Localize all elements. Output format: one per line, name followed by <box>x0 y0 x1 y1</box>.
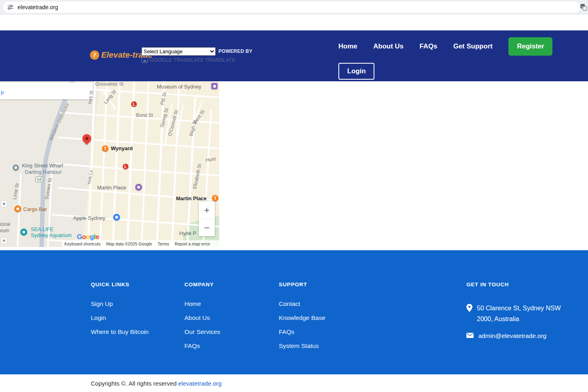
zoom-out-button[interactable]: − <box>199 219 215 236</box>
place-king-street-wharf[interactable]: King Street Wharf <box>22 163 63 169</box>
station-wynyard[interactable]: Wynyard <box>111 145 133 151</box>
map-zoom-control: + − <box>199 201 215 236</box>
google-letter: o <box>82 233 86 241</box>
martin-place-poi-icon[interactable] <box>135 184 142 191</box>
translate-page-icon[interactable]: a <box>580 4 587 11</box>
map-attribution: Keyboard shortcuts Map data ©2025 Google… <box>62 240 219 247</box>
light-rail-stop-icon[interactable]: L <box>131 101 137 107</box>
apple-store-poi-icon[interactable] <box>113 214 120 221</box>
copyright-site-link[interactable]: elevatetrade.org <box>178 380 221 387</box>
page-footer: QUICK LINKS Sign Up Login Where to Buy B… <box>0 250 588 374</box>
footer-column-title: QUICK LINKS <box>91 281 184 287</box>
main-nav: Home About Us FAQs Get Support Register <box>338 37 552 56</box>
address-line-1: 50 Clarence St, Sydney NSW <box>477 303 561 314</box>
place-darling-harbour[interactable]: Darling Harbour <box>25 169 62 175</box>
google-translate-alt-text: GOOGLE TRANSLATE TRANSLATE <box>150 57 235 63</box>
google-letter: e <box>96 233 99 241</box>
footer-column-title: COMPANY <box>184 281 279 287</box>
place-museum-of-sydney[interactable]: Museum of Sydney <box>157 84 201 90</box>
aquarium-poi-icon[interactable] <box>20 229 27 235</box>
keyboard-shortcuts-link[interactable]: Keyboard shortcuts <box>64 241 100 246</box>
place-sea-life-line1[interactable]: SEA LIFE <box>31 226 53 232</box>
location-pin-icon <box>466 303 473 324</box>
email-block: admin@elevatetrade.org <box>466 332 578 340</box>
museum-mini-icon <box>1 237 7 244</box>
map-info-card: p <box>0 82 93 99</box>
browser-address-bar: elevatetrade.org a <box>0 0 588 14</box>
nav-faqs[interactable]: FAQs <box>420 42 437 50</box>
url-text[interactable]: elevatetrade.org <box>18 4 58 10</box>
broken-image-icon <box>142 57 148 63</box>
terms-link[interactable]: Terms <box>158 241 169 246</box>
language-select[interactable]: Select Language <box>142 47 216 56</box>
footer-column-title: SUPPORT <box>279 281 466 287</box>
main-content: p Grosvenor St Lang St Pitt St Bond St S… <box>0 81 588 250</box>
address-line-2: 2000, Australia <box>477 314 561 324</box>
google-letter: g <box>90 233 94 241</box>
copyright-text: Copyrights ©. All rights reserved <box>91 380 176 387</box>
street-bond: Bond St <box>136 113 153 118</box>
google-letter: G <box>77 233 82 241</box>
site-header: 7 Elevate-trade Select Language POWERED … <box>0 30 588 81</box>
place-martin-place[interactable]: Martin Place <box>97 185 126 191</box>
place-sea-life-line2[interactable]: Sydney Aquarium <box>31 232 72 238</box>
footer-link-knowledge-base[interactable]: Knowledge Base <box>279 314 325 321</box>
train-station-icon[interactable]: T <box>102 145 108 152</box>
footer-link-where-to-buy-bitcoin[interactable]: Where to Buy Bitcoin <box>91 328 149 335</box>
google-map-embed[interactable]: p Grosvenor St Lang St Pitt St Bond St S… <box>0 81 219 247</box>
powered-by-label: POWERED BY <box>218 48 252 54</box>
login-button[interactable]: Login <box>338 63 374 80</box>
footer-company: COMPANY Home About Us Our Services FAQs <box>184 281 279 374</box>
place-cargo-bar[interactable]: Cargo Bar <box>23 206 47 212</box>
copyright-bar: Copyrights ©. All rights reserved elevat… <box>0 374 588 392</box>
envelope-icon <box>466 332 474 340</box>
register-button[interactable]: Register <box>508 37 552 56</box>
zoom-in-button[interactable]: + <box>199 201 215 219</box>
url-omnibox[interactable]: elevatetrade.org <box>3 2 580 13</box>
footer-link-home[interactable]: Home <box>184 300 201 307</box>
map-data-label: Map data ©2025 Google <box>106 241 152 246</box>
clipped-label-fragment: ional <box>0 221 10 227</box>
contact-email-link[interactable]: admin@elevatetrade.org <box>478 332 546 340</box>
footer-link-sign-up[interactable]: Sign Up <box>91 300 113 307</box>
site-settings-icon[interactable] <box>7 4 14 10</box>
google-translate-broken-image: GOOGLE TRANSLATE TRANSLATE <box>142 57 235 63</box>
nav-get-support[interactable]: Get Support <box>453 42 492 50</box>
google-letter: o <box>86 233 90 241</box>
place-apple-sydney[interactable]: Apple Sydney <box>73 215 105 221</box>
brand-logo-icon: 7 <box>90 50 99 60</box>
footer-quick-links: QUICK LINKS Sign Up Login Where to Buy B… <box>91 281 184 374</box>
footer-link-login[interactable]: Login <box>91 314 106 321</box>
footer-support: SUPPORT Contact Knowledge Base FAQs Syst… <box>279 281 466 374</box>
address-block: 50 Clarence St, Sydney NSW 2000, Austral… <box>466 303 578 324</box>
address-text: 50 Clarence St, Sydney NSW 2000, Austral… <box>477 303 561 324</box>
footer-link-faqs[interactable]: FAQs <box>279 328 294 335</box>
wharf-poi-icon[interactable] <box>13 165 19 171</box>
train-station-icon[interactable]: T <box>212 195 218 201</box>
page-top-gap <box>0 14 588 30</box>
nav-about-us[interactable]: About Us <box>373 42 404 50</box>
footer-link-about-us[interactable]: About Us <box>184 314 210 321</box>
light-rail-stop-icon[interactable]: L <box>123 164 128 169</box>
place-hyde-park[interactable]: Hyde P <box>179 230 196 236</box>
nav-home[interactable]: Home <box>338 42 357 50</box>
bar-poi-icon[interactable] <box>14 205 21 212</box>
footer-link-faqs[interactable]: FAQs <box>184 342 200 349</box>
museum-poi-icon[interactable] <box>211 83 218 89</box>
report-map-error-link[interactable]: Report a map error <box>175 241 210 246</box>
station-martin-place[interactable]: Martin Place <box>176 195 207 201</box>
footer-get-in-touch: GET IN TOUCH 50 Clarence St, Sydney NSW … <box>466 281 578 374</box>
footer-link-our-services[interactable]: Our Services <box>184 328 220 335</box>
google-logo[interactable]: Google <box>77 233 99 241</box>
footer-link-system-status[interactable]: System Status <box>279 342 319 349</box>
street-grosvenor: Grosvenor St <box>95 81 124 87</box>
route-a4-shield: A4 <box>35 177 43 182</box>
museum-mini-icon <box>1 201 7 207</box>
footer-link-contact[interactable]: Contact <box>279 300 300 307</box>
footer-column-title: GET IN TOUCH <box>466 281 578 287</box>
clipped-label-fragment: eum <box>0 228 9 233</box>
map-card-link-fragment[interactable]: p <box>1 89 4 95</box>
